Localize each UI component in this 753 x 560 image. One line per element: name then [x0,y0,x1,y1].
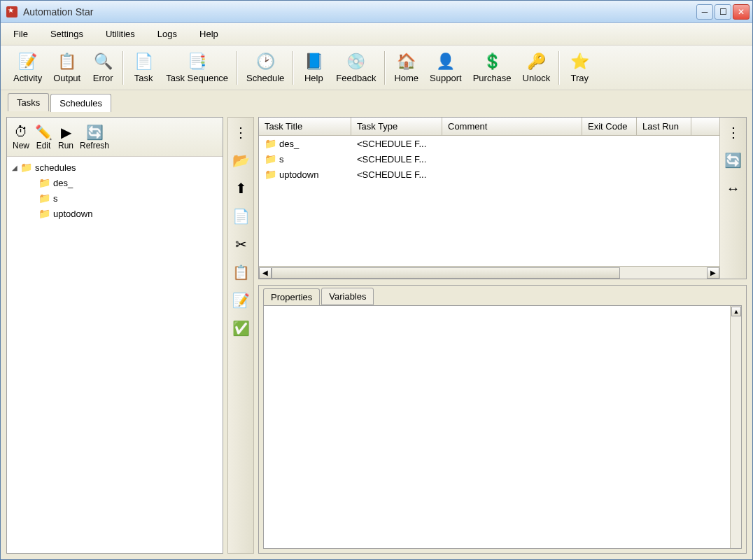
toolbar-label: Task Sequence [166,73,228,83]
horizontal-scrollbar[interactable]: ◀ ▶ [259,266,719,279]
toolbar-support-button[interactable]: 👤Support [424,50,467,85]
properties-content: ▲ [263,305,742,549]
toolbar-task-button[interactable]: 📄Task [127,50,160,85]
toolbar-separator [293,51,294,85]
scroll-up-button[interactable]: ▲ [731,307,741,316]
toolbar-tasksequence-button[interactable]: 📑Task Sequence [160,50,234,85]
tree-item[interactable]: 📁des_ [28,175,220,190]
cell-type: <SCHEDULE F... [351,168,442,181]
toolbar-label: Schedule [246,73,284,83]
toolbar-label: Unlock [523,73,551,83]
toolbar-separator [122,51,124,85]
toolbar-help-button[interactable]: 📘Help [297,50,330,85]
toolbar-label: Support [430,73,462,83]
table-row[interactable]: 📁s<SCHEDULE F... [259,151,719,167]
cell-exit [582,158,637,160]
cell-comment [442,173,582,176]
table-header: Task Title Task Type Comment Exit Code L… [259,118,719,136]
scroll-thumb[interactable] [272,267,620,279]
toolbar-output-button[interactable]: 📋Output [48,50,86,85]
cell-comment [442,142,582,145]
toolbar-activity-button[interactable]: 📝Activity [8,50,48,85]
menu-help[interactable]: Help [195,26,223,42]
folder-icon: 📁 [265,153,276,164]
toolbar-label: Tray [571,73,589,83]
menu-settings[interactable]: Settings [46,26,87,42]
mid-check-button[interactable]: ✅ [230,318,251,339]
minimize-button[interactable]: ─ [696,4,713,20]
col-comment[interactable]: Comment [442,118,582,135]
tree-item[interactable]: 📁s [28,190,220,206]
scroll-track[interactable] [272,267,707,279]
mid-copy-button[interactable]: 📄 [230,206,251,227]
mid-toolbar: ⋮📂⬆📄✂📋📝✅ [227,117,254,554]
toolbar-purchase-button[interactable]: 💲Purchase [467,50,517,85]
col-task-type[interactable]: Task Type [351,118,442,135]
mid-grip-button[interactable]: ⋮ [230,122,251,143]
tree-item[interactable]: 📁uptodown [28,206,220,221]
toolbar-label: Error [93,73,113,83]
col-last-run[interactable]: Last Run [637,118,691,135]
menubar: File Settings Utilities Logs Help [1,23,752,46]
feedback-icon: 💿 [346,52,366,71]
folder-icon: 📁 [265,169,276,180]
toolbar-home-button[interactable]: 🏠Home [388,50,424,85]
task-icon: 📄 [134,52,153,71]
mid-cut-button[interactable]: ✂ [230,234,251,255]
left-run-button[interactable]: ▶Run [57,124,74,150]
close-button[interactable]: ✕ [733,4,750,20]
main-toolbar: 📝Activity📋Output🔍Error📄Task📑Task Sequenc… [1,46,752,90]
error-icon: 🔍 [93,52,113,71]
cell-last [637,158,691,160]
folder-icon: 📁 [265,138,276,149]
mid-note-button[interactable]: 📝 [230,290,251,311]
table-row[interactable]: 📁des_<SCHEDULE F... [259,136,719,151]
tree-item-label: s [53,193,58,204]
right-expand-button[interactable]: ↔ [723,178,744,199]
table-body: 📁des_<SCHEDULE F...📁s<SCHEDULE F...📁upto… [259,136,719,266]
left-new-button[interactable]: ⏱New [13,124,29,150]
tree-root[interactable]: ◢ 📁 schedules [10,160,220,175]
toolbar-unlock-button[interactable]: 🔑Unlock [517,50,556,85]
menu-file[interactable]: File [9,26,32,42]
scroll-left-button[interactable]: ◀ [259,267,272,279]
scroll-right-button[interactable]: ▶ [707,267,719,279]
folder-icon: 📁 [38,177,50,188]
toolbar-error-button[interactable]: 🔍Error [86,50,120,85]
tab-tasks[interactable]: Tasks [8,93,49,111]
mid-paste-button[interactable]: 📋 [230,262,251,283]
toolbar-schedule-button[interactable]: 🕑Schedule [241,50,290,85]
schedule-icon: 🕑 [255,52,275,71]
bottom-tab-properties[interactable]: Properties [263,288,320,306]
tree-root-label: schedules [35,162,76,173]
maximize-button[interactable]: ☐ [715,4,731,20]
left-toolbar-label: New [13,141,29,150]
left-toolbar-label: Edit [36,141,51,150]
mid-folder-button[interactable]: 📂 [230,150,251,171]
cell-last [637,142,691,145]
toolbar-tray-button[interactable]: ⭐Tray [563,50,596,85]
menu-logs[interactable]: Logs [153,26,181,42]
folder-icon: 📁 [38,192,50,204]
window-title: Automation Star [23,6,696,18]
toolbar-feedback-button[interactable]: 💿Feedback [330,50,381,85]
window-controls: ─ ☐ ✕ [696,4,750,20]
toolbar-separator [558,51,560,85]
vertical-scrollbar[interactable]: ▲ [730,306,741,548]
left-refresh-button[interactable]: 🔄Refresh [80,124,109,150]
mid-up-button[interactable]: ⬆ [230,178,251,199]
caret-icon[interactable]: ◢ [10,164,20,172]
col-exit-code[interactable]: Exit Code [582,118,637,135]
tab-schedules[interactable]: Schedules [50,94,111,112]
unlock-icon: 🔑 [526,52,546,71]
titlebar: Automation Star ─ ☐ ✕ [1,1,752,23]
right-refresh2-button[interactable]: 🔄 [723,150,744,171]
table-row[interactable]: 📁uptodown<SCHEDULE F... [259,167,719,182]
bottom-tab-variables[interactable]: Variables [321,288,374,305]
menu-utilities[interactable]: Utilities [101,26,139,42]
col-task-title[interactable]: Task Title [259,118,351,135]
cell-exit [582,142,637,145]
left-edit-button[interactable]: ✏️Edit [35,124,52,150]
right-grip2-button[interactable]: ⋮ [723,122,744,143]
toolbar-label: Output [53,73,80,83]
